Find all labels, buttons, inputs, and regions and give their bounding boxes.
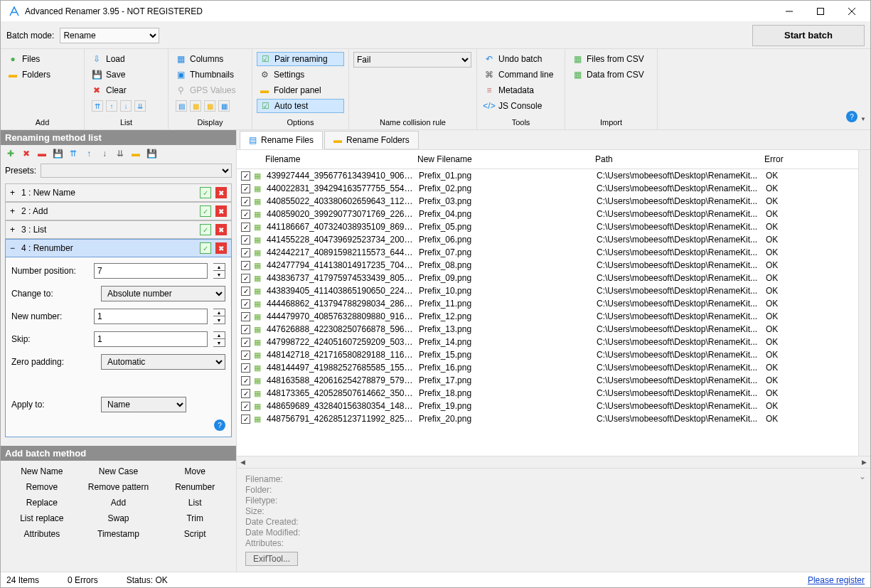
maximize-button[interactable] bbox=[805, 1, 836, 21]
close-button[interactable] bbox=[836, 1, 867, 21]
new-number-spinner[interactable]: ▲▼ bbox=[213, 309, 225, 324]
col-path[interactable]: Path bbox=[592, 150, 762, 169]
add-batch-method[interactable]: Move bbox=[156, 464, 233, 479]
number-position-spinner[interactable]: ▲▼ bbox=[213, 263, 225, 279]
exiftool-button[interactable]: ExifTool... bbox=[245, 552, 298, 566]
table-row[interactable]: ✓ ▦ 444468862_413794788298034_2860360...… bbox=[237, 297, 858, 310]
table-row[interactable]: ✓ ▦ 441455228_404739692523734_2008923...… bbox=[237, 233, 858, 246]
table-row[interactable]: ✓ ▦ 440855022_403380602659643_1120729...… bbox=[237, 195, 858, 208]
move-top-icon[interactable]: ⇈ bbox=[68, 148, 79, 159]
add-batch-method[interactable]: Renumber bbox=[156, 479, 233, 495]
stop-icon[interactable]: ▬ bbox=[36, 148, 48, 159]
table-row[interactable]: ✓ ▦ 443839405_411403865190650_2242416...… bbox=[237, 284, 858, 297]
tools-js-console[interactable]: </>JS Console bbox=[481, 99, 560, 113]
new-number-input[interactable] bbox=[94, 309, 208, 324]
close-icon[interactable]: ✖ bbox=[215, 224, 227, 235]
collision-rule-select[interactable]: Fail bbox=[353, 52, 471, 68]
table-row[interactable]: ✓ ▦ 448659689_432840156380354_1484698...… bbox=[237, 400, 858, 412]
row-checkbox[interactable]: ✓ bbox=[241, 415, 250, 424]
vertical-scrollbar[interactable] bbox=[858, 150, 870, 456]
help-dropdown-icon[interactable]: ▼ bbox=[860, 116, 866, 122]
add-batch-method[interactable]: New Name bbox=[4, 464, 80, 479]
row-checkbox[interactable]: ✓ bbox=[241, 223, 250, 232]
import-files-csv[interactable]: ▦Files from CSV bbox=[570, 52, 653, 66]
folder-icon[interactable]: ▬ bbox=[130, 148, 141, 159]
list-clear-button[interactable]: ✖Clear bbox=[89, 83, 164, 97]
options-folder-panel[interactable]: ▬Folder panel bbox=[257, 83, 344, 97]
row-checkbox[interactable]: ✓ bbox=[241, 274, 250, 283]
remove-method-icon[interactable]: ✖ bbox=[21, 148, 32, 159]
add-batch-method[interactable]: Swap bbox=[80, 511, 157, 526]
list-sort-buttons[interactable]: ⇈↑↓⇊ bbox=[89, 99, 164, 113]
add-batch-method[interactable]: Timestamp bbox=[80, 526, 157, 542]
add-folders-button[interactable]: ▬Folders bbox=[5, 68, 80, 82]
file-table[interactable]: Filename New Filename Path Error ✓ ▦ 439… bbox=[237, 150, 858, 456]
list-load-button[interactable]: ⇩Load bbox=[89, 52, 164, 66]
table-row[interactable]: ✓ ▦ 439927444_395677613439410_9065853...… bbox=[237, 169, 858, 182]
add-batch-method[interactable]: Trim bbox=[156, 511, 233, 526]
change-to-select[interactable]: Absolute number bbox=[101, 286, 225, 301]
list-save-button[interactable]: 💾Save bbox=[89, 68, 164, 82]
row-checkbox[interactable]: ✓ bbox=[241, 184, 250, 193]
skip-input[interactable] bbox=[94, 331, 208, 347]
options-pair-renaming[interactable]: ☑Pair renaming bbox=[257, 52, 344, 66]
row-checkbox[interactable]: ✓ bbox=[241, 325, 250, 334]
tools-metadata[interactable]: ≡Metadata bbox=[481, 83, 560, 97]
row-checkbox[interactable]: ✓ bbox=[241, 235, 250, 245]
row-checkbox[interactable]: ✓ bbox=[241, 363, 250, 373]
table-row[interactable]: ✓ ▦ 444479970_408576328809880_9169047...… bbox=[237, 310, 858, 323]
table-row[interactable]: ✓ ▦ 441186667_407324038935109_8694371...… bbox=[237, 220, 858, 233]
number-position-input[interactable] bbox=[94, 263, 208, 279]
add-method-icon[interactable]: ✚ bbox=[5, 148, 16, 159]
options-settings[interactable]: ⚙Settings bbox=[257, 68, 344, 82]
col-new-filename[interactable]: New Filename bbox=[415, 150, 592, 169]
row-checkbox[interactable]: ✓ bbox=[241, 248, 250, 257]
add-files-button[interactable]: ●Files bbox=[5, 52, 80, 66]
add-batch-method[interactable]: List bbox=[156, 495, 233, 511]
add-batch-method[interactable]: Attributes bbox=[4, 526, 80, 542]
table-row[interactable]: ✓ ▦ 448144497_419882527685585_1559815...… bbox=[237, 361, 858, 374]
horizontal-scrollbar[interactable]: ◀▶ bbox=[237, 456, 870, 468]
move-bottom-icon[interactable]: ⇊ bbox=[114, 148, 126, 159]
move-up-icon[interactable]: ↑ bbox=[83, 148, 95, 159]
add-batch-method[interactable]: Add bbox=[80, 495, 157, 511]
table-row[interactable]: ✓ ▦ 448756791_426285123711992_8259887...… bbox=[237, 412, 858, 425]
add-batch-method[interactable]: List replace bbox=[4, 511, 80, 526]
row-checkbox[interactable]: ✓ bbox=[241, 299, 250, 309]
row-checkbox[interactable]: ✓ bbox=[241, 338, 250, 347]
zero-padding-select[interactable]: Automatic bbox=[101, 354, 225, 370]
table-row[interactable]: ✓ ▦ 448163588_420616254278879_5797681...… bbox=[237, 374, 858, 387]
help-icon[interactable]: ? bbox=[214, 419, 225, 431]
row-checkbox[interactable]: ✓ bbox=[241, 171, 250, 181]
apply-to-select[interactable]: Name bbox=[101, 397, 186, 412]
method-item-list[interactable]: +3 : List✓✖ bbox=[5, 220, 232, 239]
skip-spinner[interactable]: ▲▼ bbox=[213, 331, 225, 347]
col-error[interactable]: Error bbox=[762, 150, 840, 169]
options-auto-test[interactable]: ☑Auto test bbox=[257, 99, 344, 113]
tab-rename-folders[interactable]: ▬Rename Folders bbox=[324, 131, 419, 149]
expand-icon[interactable]: ⌄ bbox=[859, 471, 866, 481]
add-batch-method[interactable]: Replace bbox=[4, 495, 80, 511]
row-checkbox[interactable]: ✓ bbox=[241, 351, 250, 360]
row-checkbox[interactable]: ✓ bbox=[241, 402, 250, 411]
tab-rename-files[interactable]: ▤Rename Files bbox=[240, 131, 323, 149]
table-row[interactable]: ✓ ▦ 448142718_421716580829188_1163637...… bbox=[237, 348, 858, 361]
display-view-buttons[interactable]: ▤▦▦▦ bbox=[173, 99, 247, 113]
display-columns-button[interactable]: ▦Columns bbox=[173, 52, 247, 66]
method-item-add[interactable]: +2 : Add✓✖ bbox=[5, 202, 232, 220]
row-checkbox[interactable]: ✓ bbox=[241, 261, 250, 270]
col-filename[interactable]: Filename bbox=[262, 150, 415, 169]
table-row[interactable]: ✓ ▦ 448173365_420528507614662_3509165...… bbox=[237, 387, 858, 400]
row-checkbox[interactable]: ✓ bbox=[241, 376, 250, 385]
table-row[interactable]: ✓ ▦ 443836737_417975974533439_8053835...… bbox=[237, 272, 858, 284]
row-checkbox[interactable]: ✓ bbox=[241, 210, 250, 219]
minimize-button[interactable] bbox=[774, 1, 805, 21]
save-icon[interactable]: 💾 bbox=[146, 148, 157, 159]
table-row[interactable]: ✓ ▦ 440859020_399290773071769_2261329...… bbox=[237, 208, 858, 220]
table-row[interactable]: ✓ ▦ 442477794_414138014917235_7049308...… bbox=[237, 259, 858, 272]
method-item-new-name[interactable]: +1 : New Name✓✖ bbox=[5, 183, 232, 202]
row-checkbox[interactable]: ✓ bbox=[241, 312, 250, 321]
add-batch-method[interactable]: Remove bbox=[4, 479, 80, 495]
row-checkbox[interactable]: ✓ bbox=[241, 287, 250, 296]
table-row[interactable]: ✓ ▦ 447626888_422308250766878_5962250...… bbox=[237, 323, 858, 336]
